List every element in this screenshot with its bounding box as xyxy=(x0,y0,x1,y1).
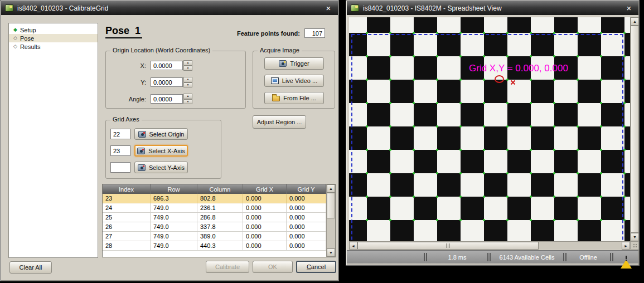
acquire-image-group-label: Acquire Image xyxy=(258,47,302,53)
monitor-icon xyxy=(271,77,279,84)
scroll-up-icon[interactable]: ▲ xyxy=(631,17,639,26)
table-cell: 440.3 xyxy=(197,241,243,251)
table-cell: 0.000 xyxy=(287,203,326,213)
vertical-scrollbar[interactable]: ▲ ▼ xyxy=(630,17,639,241)
cancel-button-label: Cancel xyxy=(307,264,326,270)
x-input[interactable]: 0.0000 xyxy=(151,61,183,70)
y-field-row: Y: 0.0000 ▲ ▼ xyxy=(110,77,192,87)
app-icon xyxy=(351,4,359,12)
clear-all-button-label: Clear All xyxy=(20,264,42,271)
spreadsheet-view-window: is8402_010203 - IS8402M - Spreadsheet Vi… xyxy=(346,0,640,266)
table-cell: 749.0 xyxy=(151,213,197,222)
close-icon[interactable]: × xyxy=(323,4,334,12)
status-divider xyxy=(423,253,428,261)
scrollbar-thumb[interactable] xyxy=(357,242,539,250)
x-label: X: xyxy=(110,62,151,69)
adjust-region-button[interactable]: Adjust Region ... xyxy=(253,115,306,129)
table-cell: 0.000 xyxy=(243,203,287,213)
scroll-down-icon[interactable]: ▼ xyxy=(327,248,335,257)
spin-up-icon[interactable]: ▲ xyxy=(183,60,192,66)
y-axis-row: Select Y-Axis xyxy=(110,162,188,173)
tree-item-pose[interactable]: ◇ Pose xyxy=(9,34,98,42)
table-row[interactable]: 26749.0337.80.0000.000 xyxy=(103,222,326,232)
tree-item-label: Setup xyxy=(20,27,36,33)
table-cell: 0.000 xyxy=(287,241,326,251)
table-row[interactable]: 25749.0286.80.0000.000 xyxy=(103,213,326,222)
app-icon xyxy=(5,4,13,12)
table-row[interactable]: 28749.0440.30.0000.000 xyxy=(103,241,326,251)
feature-points: Feature points found: 107 xyxy=(237,28,325,38)
spin-up-icon[interactable]: ▲ xyxy=(183,77,192,82)
warning-status[interactable] xyxy=(614,251,638,264)
x-field-row: X: 0.0000 ▲ ▼ xyxy=(110,60,192,71)
calibration-image-viewport[interactable]: Grid X,Y = 0.000, 0.000 xyxy=(349,17,630,241)
scroll-right-icon[interactable]: ► xyxy=(622,242,630,250)
hollow-diamond-icon: ◇ xyxy=(13,36,17,41)
calibrate-button[interactable]: Calibrate xyxy=(206,261,249,273)
spin-up-icon[interactable]: ▲ xyxy=(183,94,192,99)
connection-status: Offline xyxy=(567,251,609,264)
table-header-cell[interactable]: Column xyxy=(197,184,243,194)
table-cell: 0.000 xyxy=(243,241,287,251)
origin-cell-input[interactable]: 22 xyxy=(110,129,130,139)
table-header-cell[interactable]: Grid X xyxy=(243,184,287,194)
angle-field-row: Angle: 0.0000 ▲ ▼ xyxy=(110,94,192,104)
scroll-down-icon[interactable]: ▼ xyxy=(631,233,639,241)
select-y-axis-button[interactable]: Select Y-Axis xyxy=(134,162,188,173)
calibrate-grid-window: is8402_010203 - CalibrateGrid × ◆ Setup … xyxy=(0,0,339,281)
table-header-cell[interactable]: Grid Y xyxy=(287,184,326,194)
spreadsheet-view-titlebar[interactable]: is8402_010203 - IS8402M - Spreadsheet Vi… xyxy=(347,1,638,15)
acquisition-time-status: 1.8 ms xyxy=(428,251,487,264)
select-y-axis-button-label: Select Y-Axis xyxy=(149,164,185,171)
select-target-icon xyxy=(138,164,146,171)
scrollbar-track[interactable] xyxy=(539,242,622,250)
from-file-button[interactable]: From File ... xyxy=(264,92,324,104)
angle-input[interactable]: 0.0000 xyxy=(151,94,183,104)
table-cell: 236.1 xyxy=(197,203,243,213)
spin-down-icon[interactable]: ▼ xyxy=(183,99,192,105)
ok-button[interactable]: OK xyxy=(253,261,293,273)
table-cell: 27 xyxy=(103,232,151,241)
tree-item-results[interactable]: ◇ Results xyxy=(9,42,98,51)
table-row[interactable]: 23696.3802.80.0000.000 xyxy=(103,194,326,203)
status-divider xyxy=(609,253,614,261)
green-diamond-icon: ◆ xyxy=(13,27,17,32)
tree-item-label: Results xyxy=(20,43,41,50)
table-header-cell[interactable]: Row xyxy=(151,184,197,194)
feature-points-value: 107 xyxy=(304,28,325,38)
spin-down-icon[interactable]: ▼ xyxy=(183,66,192,71)
status-divider xyxy=(487,253,491,261)
trigger-button[interactable]: Trigger xyxy=(264,57,324,70)
select-x-axis-button[interactable]: Select X-Axis xyxy=(134,145,188,157)
table-row[interactable]: 27749.0389.00.0000.000 xyxy=(103,232,326,241)
close-icon[interactable]: × xyxy=(623,4,635,12)
select-origin-button[interactable]: Select Origin xyxy=(134,128,188,140)
table-row[interactable]: 24749.0236.10.0000.000 xyxy=(103,203,326,213)
y-input[interactable]: 0.0000 xyxy=(151,77,183,87)
scrollbar-thumb[interactable] xyxy=(327,193,335,218)
scrollbar-track[interactable] xyxy=(327,218,335,248)
resize-grip[interactable] xyxy=(630,241,639,250)
clear-all-button[interactable]: Clear All xyxy=(9,261,52,274)
window-title: is8402_010203 - IS8402M - Spreadsheet Vi… xyxy=(363,4,502,12)
live-video-button[interactable]: Live Video ... xyxy=(264,75,324,87)
spin-down-icon[interactable]: ▼ xyxy=(183,82,192,88)
table-scrollbar[interactable]: ▲ ▼ xyxy=(326,184,335,257)
table-cell: 26 xyxy=(103,222,151,232)
scrollbar-thumb[interactable] xyxy=(631,26,639,233)
horizontal-scrollbar[interactable]: ◄ ► xyxy=(349,241,630,250)
origin-marker-cross xyxy=(510,80,516,85)
scroll-up-icon[interactable]: ▲ xyxy=(327,184,335,193)
x-axis-cell-input[interactable]: 23 xyxy=(110,145,130,156)
y-axis-cell-input[interactable] xyxy=(110,162,130,173)
table-header-cell[interactable]: Index xyxy=(103,184,151,194)
table-cell: 24 xyxy=(103,203,151,213)
table-cell: 0.000 xyxy=(287,194,326,203)
table-cell: 0.000 xyxy=(243,222,287,232)
table-cell: 749.0 xyxy=(151,241,197,251)
tree-item-setup[interactable]: ◆ Setup xyxy=(9,26,98,34)
calibrate-grid-titlebar[interactable]: is8402_010203 - CalibrateGrid × xyxy=(1,1,338,15)
cancel-button[interactable]: Cancel xyxy=(296,261,336,273)
scroll-left-icon[interactable]: ◄ xyxy=(349,242,357,250)
select-x-axis-button-label: Select X-Axis xyxy=(148,148,185,154)
